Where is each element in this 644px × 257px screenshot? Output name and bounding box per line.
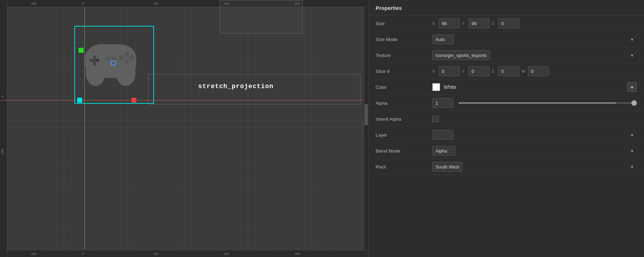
svg-point-9 bbox=[130, 55, 135, 60]
layer-select[interactable]: Default bbox=[432, 130, 454, 140]
chevron-down-icon: ▾ bbox=[631, 85, 633, 90]
prop-row-alpha: Alpha bbox=[369, 95, 644, 111]
prop-value-texture: icons/gm_sports_esports bbox=[432, 50, 637, 60]
slice9-w-input[interactable] bbox=[528, 66, 549, 76]
prop-label-size-mode: Size Mode bbox=[376, 37, 432, 42]
s9-coord-label-x: X bbox=[432, 69, 437, 73]
prop-label-alpha: Alpha bbox=[376, 101, 432, 106]
coord-label-y: Y bbox=[462, 21, 466, 25]
ruler-tick-bottom: 0 bbox=[82, 252, 84, 256]
blend-mode-select-wrapper: Alpha Additive Multiply bbox=[432, 146, 637, 156]
size-y-input[interactable] bbox=[468, 18, 490, 28]
stretch-projection-label: stretch_projection bbox=[198, 83, 273, 90]
pivot-select-wrapper: South West North North East East South E… bbox=[432, 162, 637, 172]
prop-row-slice9: Slice 9 X Y Z W bbox=[369, 63, 644, 79]
prop-value-alpha bbox=[432, 98, 637, 108]
ruler-top: -100 0 100 200 300 bbox=[0, 0, 368, 7]
scrollbar-thumb[interactable] bbox=[365, 104, 368, 125]
svg-point-8 bbox=[124, 59, 129, 64]
slice9-x-input[interactable] bbox=[439, 66, 460, 76]
prop-row-color: Color White ▾ bbox=[369, 79, 644, 95]
canvas-grid bbox=[0, 0, 368, 257]
ruler-tick: 100 bbox=[153, 2, 158, 5]
prop-value-pivot: South West North North East East South E… bbox=[432, 162, 637, 172]
ruler-tick-bottom: 100 bbox=[153, 252, 158, 256]
s9-coord-label-w: W bbox=[522, 69, 526, 73]
prop-row-layer: Layer Default bbox=[369, 127, 644, 143]
alpha-slider-fill bbox=[458, 102, 616, 104]
canvas-area: -100 0 100 200 300 0 -100 stretch_projec… bbox=[0, 0, 368, 257]
ruler-tick-left: 0 bbox=[1, 96, 4, 97]
prop-label-slice9: Slice 9 bbox=[376, 69, 432, 74]
color-dropdown-button[interactable]: ▾ bbox=[627, 82, 637, 92]
prop-label-pivot: Pivot bbox=[376, 164, 432, 170]
panel-title: Properties bbox=[369, 0, 644, 16]
pivot-select[interactable]: South West North North East East South E… bbox=[432, 162, 462, 172]
size-x-input[interactable] bbox=[439, 18, 460, 28]
prop-value-inherit-alpha bbox=[432, 116, 637, 122]
color-swatch[interactable] bbox=[432, 83, 440, 91]
size-z-input[interactable] bbox=[498, 18, 519, 28]
texture-select[interactable]: icons/gm_sports_esports bbox=[432, 50, 490, 60]
ruler-tick-bottom: 300 bbox=[295, 252, 300, 256]
prop-row-texture: Texture icons/gm_sports_esports bbox=[369, 47, 644, 63]
pivot-indicator bbox=[111, 61, 116, 65]
prop-value-color: White ▾ bbox=[432, 82, 637, 92]
prop-value-size: X Y Z bbox=[432, 18, 637, 28]
top-right-box bbox=[220, 0, 303, 34]
canvas-scrollbar[interactable] bbox=[364, 7, 368, 250]
scroll-grip bbox=[362, 120, 364, 135]
prop-value-blend-mode: Alpha Additive Multiply bbox=[432, 146, 637, 156]
color-value-label: White bbox=[444, 84, 456, 90]
coord-label-x: X bbox=[432, 21, 437, 25]
prop-row-size-mode: Size Mode Auto Manual bbox=[369, 32, 644, 47]
inherit-alpha-checkbox[interactable] bbox=[432, 116, 439, 122]
alpha-input[interactable] bbox=[432, 98, 454, 108]
slice9-y-input[interactable] bbox=[468, 66, 490, 76]
svg-rect-11 bbox=[112, 57, 116, 60]
coord-label-z: Z bbox=[492, 21, 496, 25]
prop-label-texture: Texture bbox=[376, 53, 432, 58]
prop-label-color: Color bbox=[376, 85, 432, 90]
ruler-tick-bottom: -100 bbox=[30, 252, 36, 256]
prop-value-slice9: X Y Z W bbox=[432, 66, 637, 76]
svg-point-7 bbox=[124, 52, 129, 57]
svg-point-6 bbox=[119, 55, 124, 60]
alpha-slider-thumb[interactable] bbox=[631, 100, 637, 106]
handle-bottom-right[interactable] bbox=[131, 98, 136, 103]
svg-text:+: + bbox=[95, 56, 100, 64]
size-mode-select[interactable]: Auto Manual bbox=[432, 34, 454, 44]
prop-value-size-mode: Auto Manual bbox=[432, 34, 637, 44]
handle-top-left[interactable] bbox=[79, 48, 84, 53]
prop-label-inherit-alpha: Inherit Alpha bbox=[376, 116, 432, 122]
texture-select-wrapper: icons/gm_sports_esports bbox=[432, 50, 637, 60]
prop-row-inherit-alpha: Inherit Alpha bbox=[369, 111, 644, 127]
ruler-tick: -100 bbox=[30, 2, 36, 5]
prop-value-layer: Default bbox=[432, 130, 637, 140]
ruler-bottom: -100 0 100 200 300 bbox=[7, 250, 368, 257]
s9-coord-label-z: Z bbox=[492, 69, 496, 73]
prop-label-layer: Layer bbox=[376, 132, 432, 138]
alpha-slider-track[interactable] bbox=[458, 102, 634, 104]
properties-panel: Properties Size X Y Z Size Mode Auto Man… bbox=[368, 0, 644, 257]
prop-row-size: Size X Y Z bbox=[369, 16, 644, 32]
svg-rect-10 bbox=[105, 57, 110, 60]
ruler-tick-bottom: 200 bbox=[224, 252, 229, 256]
layer-select-wrapper: Default bbox=[432, 130, 637, 140]
prop-label-blend-mode: Blend Mode bbox=[376, 148, 432, 154]
s9-coord-label-y: Y bbox=[462, 69, 466, 73]
handle-bottom-left[interactable] bbox=[77, 98, 82, 103]
ruler-tick: 0 bbox=[82, 2, 84, 5]
ruler-left: 0 -100 bbox=[0, 0, 7, 257]
size-mode-select-wrapper: Auto Manual bbox=[432, 34, 637, 44]
prop-row-pivot: Pivot South West North North East East S… bbox=[369, 159, 644, 175]
ruler-tick-left: -100 bbox=[1, 149, 4, 155]
blend-mode-select[interactable]: Alpha Additive Multiply bbox=[432, 146, 455, 156]
prop-label-size: Size bbox=[376, 21, 432, 26]
prop-row-blend-mode: Blend Mode Alpha Additive Multiply bbox=[369, 143, 644, 159]
slice9-z-input[interactable] bbox=[498, 66, 519, 76]
